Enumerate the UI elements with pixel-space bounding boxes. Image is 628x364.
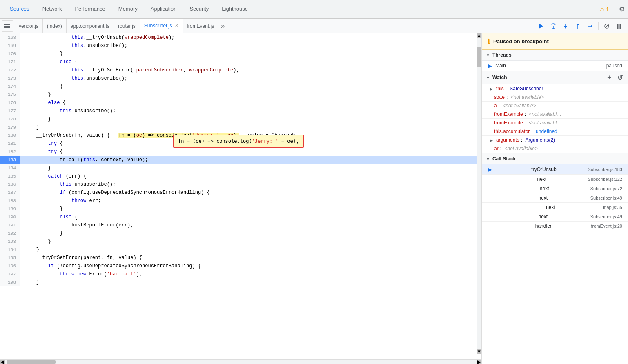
watch-section-header[interactable]: ▼ Watch + ↺ [482, 71, 628, 84]
svg-marker-9 [564, 26, 567, 29]
watch-item-fromexample1[interactable]: fromExample : <not availabl… [482, 110, 628, 119]
callstack-item-next2[interactable]: next Subscriber.js:49 [482, 193, 628, 203]
right-panel: ℹ Paused on breakpoint ▼ Threads ▶ Main … [482, 33, 628, 364]
settings-icon[interactable]: ⚙ [619, 5, 625, 13]
callstack-item-_next1[interactable]: _next Subscriber.js:72 [482, 184, 628, 193]
step-button[interactable] [584, 20, 596, 32]
scroll-left-button[interactable]: ◀ [0, 360, 5, 364]
step-into-button[interactable] [560, 20, 571, 32]
tab-security[interactable]: Security [183, 0, 215, 18]
watch-item-ar[interactable]: ar : <not available> [482, 144, 628, 153]
svg-rect-4 [543, 24, 543, 29]
tab-sources[interactable]: Sources [3, 0, 36, 18]
resume-button[interactable] [535, 20, 547, 32]
svg-rect-16 [617, 24, 619, 29]
svg-marker-13 [591, 25, 592, 27]
code-panel: 168 this.__tryOrUnsub(wrappedComplete); … [0, 33, 482, 364]
expand-icon-arguments: ▶ [490, 138, 493, 142]
callstack-item-_next2[interactable]: _next map.js:35 [482, 203, 628, 212]
file-tab-vendor[interactable]: vendor.js [15, 19, 43, 33]
callstack-item-next3[interactable]: next Subscriber.js:49 [482, 212, 628, 222]
step-over-button[interactable] [548, 20, 559, 32]
tab-network[interactable]: Network [36, 0, 69, 18]
callstack-active-icon: ▶ [488, 166, 492, 173]
debug-tooltip: fn = (oe) => console.log('Jerry: ' + oe)… [173, 135, 304, 148]
table-row: 198 } [0, 278, 481, 286]
table-row: 188 throw err; [0, 197, 481, 205]
table-row: 184 } [0, 164, 481, 172]
table-row: 191 hostReportError(err); [0, 221, 481, 229]
table-row: 176 else { [0, 99, 481, 107]
watch-item-accumulator[interactable]: this.accumulator : undefined [482, 127, 628, 136]
info-icon: ℹ [488, 38, 490, 45]
table-row: 170 } [0, 50, 481, 58]
scroll-right-button[interactable]: ▶ [477, 360, 481, 364]
watch-items-list: ▶ this : SafeSubscriber state : <not ava… [482, 84, 628, 153]
more-tabs-button[interactable]: » [218, 22, 227, 30]
watch-item-arguments[interactable]: ▶ arguments : Arguments(2) [482, 136, 628, 144]
file-tabs: vendor.js (index) app.component.ts route… [0, 19, 532, 33]
top-right-actions: ⚠ 1 ⚙ [600, 0, 625, 18]
callstack-arrow-icon: ▼ [486, 157, 490, 161]
svg-rect-17 [620, 24, 621, 29]
table-row: 186 this.unsubscribe(); [0, 180, 481, 189]
watch-item-fromexample2[interactable]: fromExample : <not availabl… [482, 119, 628, 127]
thread-active-icon: ▶ [488, 62, 492, 69]
watch-item-this[interactable]: ▶ this : SafeSubscriber [482, 84, 628, 93]
pause-on-exceptions-button[interactable] [613, 20, 625, 32]
table-row: 189 } [0, 205, 481, 213]
call-stack-section-header[interactable]: ▼ Call Stack [482, 153, 628, 164]
threads-section: ▼ Threads ▶ Main paused [482, 50, 628, 71]
deactivate-breakpoints-button[interactable] [601, 20, 612, 32]
call-stack-items-list: ▶ __tryOrUnsub Subscriber.js:183 next Su… [482, 164, 628, 231]
callstack-item-next1[interactable]: next Subscriber.js:122 [482, 175, 628, 184]
scroll-up-button[interactable]: ▲ [477, 33, 481, 38]
warning-badge[interactable]: ⚠ 1 [600, 7, 609, 12]
table-row: 183 fn.call(this._context, value); [0, 156, 481, 164]
table-row: 194 } [0, 246, 481, 254]
scroll-thumb-horizontal[interactable] [7, 360, 56, 364]
tab-lighthouse[interactable]: Lighthouse [215, 0, 254, 18]
refresh-watch-button[interactable]: ↺ [616, 73, 624, 82]
table-row: 168 this.__tryOrUnsub(wrappedComplete); [0, 33, 481, 42]
scroll-thumb-vertical[interactable] [477, 47, 481, 67]
table-row: 195 __tryOrSetError(parent, fn, value) { [0, 254, 481, 262]
file-tab-subscriber[interactable]: Subscriber.js ✕ [140, 19, 183, 33]
threads-arrow-icon: ▼ [486, 53, 490, 58]
file-tab-app-component[interactable]: app.component.ts [67, 19, 114, 33]
table-row: 182 try { [0, 148, 481, 156]
vertical-scrollbar[interactable]: ▲ ▼ [477, 33, 481, 354]
debug-toolbar [532, 20, 628, 32]
watch-item-a[interactable]: a : <not available> [482, 102, 628, 110]
code-lines: 168 this.__tryOrUnsub(wrappedComplete); … [0, 33, 481, 286]
tab-memory[interactable]: Memory [112, 0, 144, 18]
table-row: 169 this.unsubscribe(); [0, 42, 481, 50]
file-tab-index[interactable]: (index) [43, 19, 67, 33]
call-stack-section: ▼ Call Stack ▶ __tryOrUnsub Subscriber.j… [482, 153, 628, 231]
table-row: 175 } [0, 91, 481, 99]
code-editor[interactable]: 168 this.__tryOrUnsub(wrappedComplete); … [0, 33, 481, 359]
table-row: 196 if (!config.useDeprecatedSynchronous… [0, 262, 481, 270]
watch-item-state[interactable]: state : <not available> [482, 93, 628, 102]
close-tab-icon[interactable]: ✕ [175, 23, 178, 28]
table-row: 192 } [0, 229, 481, 237]
thread-main-item: ▶ Main paused [482, 61, 628, 71]
threads-section-header[interactable]: ▼ Threads [482, 50, 628, 61]
watch-section: ▼ Watch + ↺ ▶ this : SafeSubscriber stat… [482, 71, 628, 153]
tab-application[interactable]: Application [144, 0, 183, 18]
table-row: 179 } [0, 123, 481, 131]
sidebar-toggle-button[interactable] [2, 20, 13, 32]
table-row: 197 throw new Error('bad call'); [0, 270, 481, 278]
expand-icon: ▶ [490, 87, 493, 91]
horizontal-scrollbar[interactable]: ◀ ▶ [0, 359, 481, 364]
callstack-item-tryorunsub[interactable]: ▶ __tryOrUnsub Subscriber.js:183 [482, 164, 628, 175]
watch-actions: + ↺ [605, 73, 624, 82]
step-out-button[interactable] [572, 20, 583, 32]
file-tab-fromevent[interactable]: fromEvent.js [183, 19, 219, 33]
table-row: 177 this.unsubscribe(); [0, 107, 481, 115]
file-tab-router[interactable]: router.js [114, 19, 140, 33]
scroll-down-button[interactable]: ▼ [477, 349, 481, 354]
tab-performance[interactable]: Performance [68, 0, 111, 18]
callstack-item-handler[interactable]: handler fromEvent.js:20 [482, 222, 628, 231]
add-watch-button[interactable]: + [605, 73, 613, 82]
